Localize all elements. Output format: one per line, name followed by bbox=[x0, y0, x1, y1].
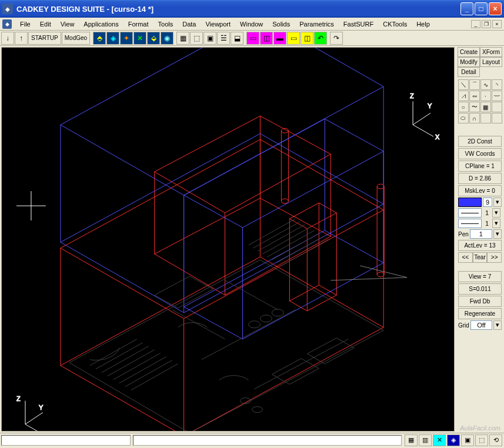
menu-tools[interactable]: Tools bbox=[153, 19, 178, 29]
command-input-2[interactable] bbox=[133, 435, 402, 446]
mdi-close-button[interactable]: × bbox=[492, 20, 502, 28]
tool-point-icon[interactable]: · bbox=[480, 91, 491, 101]
tool-icon-9[interactable]: ▣ bbox=[203, 32, 216, 45]
menu-solids[interactable]: Solids bbox=[268, 19, 295, 29]
arrow-up-button[interactable]: ↑ bbox=[15, 32, 28, 45]
mdi-minimize-button[interactable]: _ bbox=[471, 20, 480, 28]
linetype-2-swatch[interactable] bbox=[458, 219, 482, 228]
linetype-1-dropdown-icon[interactable]: ▾ bbox=[492, 208, 500, 218]
tear-button[interactable]: Tear bbox=[473, 252, 488, 263]
svg-point-35 bbox=[281, 199, 288, 203]
menu-window[interactable]: Window bbox=[235, 19, 268, 29]
modgeo-button[interactable]: ModGeo bbox=[62, 32, 90, 45]
tool-icon-1[interactable]: ⬘ bbox=[93, 32, 106, 45]
tab-create[interactable]: Create bbox=[458, 47, 480, 57]
next-button[interactable]: >> bbox=[487, 252, 502, 263]
tool-polyline-icon[interactable]: ⩘ bbox=[458, 91, 469, 101]
tab-detail[interactable]: Detail bbox=[458, 67, 480, 77]
color-dropdown-icon[interactable]: ▾ bbox=[493, 198, 502, 207]
tool-cube-magenta-1[interactable]: ▭ bbox=[246, 32, 259, 45]
tool-cube-magenta-3[interactable]: ▬ bbox=[273, 32, 286, 45]
cplane-button[interactable]: CPlane = 1 bbox=[458, 161, 502, 172]
command-input-1[interactable] bbox=[1, 435, 131, 446]
const-2d-button[interactable]: 2D Const bbox=[458, 136, 502, 147]
grid-value[interactable]: Off bbox=[470, 320, 492, 330]
tool-icon-11[interactable]: ⬓ bbox=[231, 32, 243, 45]
tool-icon-8[interactable]: ⬚ bbox=[190, 32, 203, 45]
tab-layout[interactable]: Layout bbox=[480, 57, 502, 67]
doc-icon[interactable]: ◆ bbox=[2, 19, 12, 29]
arrow-down-button[interactable]: ↓ bbox=[1, 32, 14, 45]
tool-blank2-icon[interactable] bbox=[480, 113, 491, 123]
menu-format[interactable]: Format bbox=[124, 19, 153, 29]
tool-arc-icon[interactable]: ⌒ bbox=[469, 79, 480, 90]
menu-applications[interactable]: Applications bbox=[79, 19, 123, 29]
linetype-1-swatch[interactable] bbox=[458, 208, 482, 218]
actlev-button[interactable]: ActLev = 13 bbox=[458, 240, 502, 251]
status-icon-2[interactable]: ▥ bbox=[419, 434, 432, 446]
tool-cube-magenta-2[interactable]: ◫ bbox=[260, 32, 273, 45]
menu-data[interactable]: Data bbox=[178, 19, 201, 29]
tool-arch-icon[interactable]: ∩ bbox=[469, 113, 480, 123]
tool-cube-yellow-1[interactable]: ▭ bbox=[287, 32, 300, 45]
menu-viewport[interactable]: Viewport bbox=[201, 19, 235, 29]
scale-button[interactable]: S=0.011 bbox=[458, 283, 502, 295]
tool-spline-icon[interactable]: ∾ bbox=[469, 91, 480, 101]
tool-curve-icon[interactable]: ∿ bbox=[480, 79, 491, 90]
tool-redo-button[interactable]: ↷ bbox=[330, 32, 343, 45]
pen-dropdown-icon[interactable]: ▾ bbox=[493, 229, 502, 239]
menu-cktools[interactable]: CKTools bbox=[378, 19, 412, 29]
tool-icon-2[interactable]: ◈ bbox=[106, 32, 119, 45]
tool-icon-3[interactable]: ✦ bbox=[120, 32, 133, 45]
tool-hatch-icon[interactable]: ▦ bbox=[480, 102, 491, 112]
tool-line-icon[interactable]: ＼ bbox=[458, 79, 469, 90]
status-icon-6[interactable]: ⬚ bbox=[475, 434, 488, 446]
linetype-2-dropdown-icon[interactable]: ▾ bbox=[492, 219, 500, 228]
mdi-restore-button[interactable]: ❐ bbox=[482, 20, 491, 28]
tool-icon-4[interactable]: ✕ bbox=[133, 32, 146, 45]
tool-curve2-icon[interactable]: 〰 bbox=[492, 91, 502, 101]
tool-cube-yellow-2[interactable]: ◫ bbox=[301, 32, 313, 45]
tool-blank3-icon[interactable] bbox=[492, 113, 502, 123]
startup-button[interactable]: STARTUP bbox=[28, 32, 61, 45]
tool-arc2-icon[interactable]: ◝ bbox=[492, 79, 502, 90]
grid-dropdown-icon[interactable]: ▾ bbox=[493, 320, 502, 330]
viewport-3d[interactable]: Z X Y Z X Y bbox=[1, 47, 455, 432]
status-icon-4[interactable]: ◈ bbox=[447, 434, 460, 446]
status-icon-1[interactable]: ▦ bbox=[405, 434, 418, 446]
maximize-button[interactable]: □ bbox=[475, 2, 488, 15]
tool-undo-button[interactable]: ↶ bbox=[314, 32, 327, 45]
fwddb-button[interactable]: Fwd Db bbox=[458, 296, 502, 307]
menu-fastsurf[interactable]: FastSURF bbox=[339, 19, 378, 29]
tool-ellipse-icon[interactable]: ⬭ bbox=[458, 113, 469, 123]
menu-edit[interactable]: Edit bbox=[35, 19, 56, 29]
status-icon-5[interactable]: ▣ bbox=[461, 434, 474, 446]
minimize-button[interactable]: _ bbox=[460, 2, 473, 15]
prev-button[interactable]: << bbox=[458, 252, 473, 263]
tool-icon-7[interactable]: ▦ bbox=[176, 32, 189, 45]
close-button[interactable]: × bbox=[489, 2, 502, 15]
menu-help[interactable]: Help bbox=[412, 19, 435, 29]
tool-circle-icon[interactable]: ○ bbox=[458, 102, 469, 112]
menu-parametrics[interactable]: Parametrics bbox=[295, 19, 339, 29]
tool-icon-10[interactable]: ☱ bbox=[217, 32, 230, 45]
d-value-button[interactable]: D = 2.86 bbox=[458, 173, 502, 184]
status-icon-7[interactable]: ⟲ bbox=[489, 434, 502, 446]
menu-file[interactable]: File bbox=[15, 19, 35, 29]
vw-coords-button[interactable]: VW Coords bbox=[458, 148, 502, 159]
color-swatch[interactable] bbox=[458, 198, 482, 207]
window-controls: _ □ × bbox=[460, 2, 502, 15]
tool-wave-icon[interactable]: 〜 bbox=[469, 102, 480, 112]
tool-icon-5[interactable]: ⬙ bbox=[147, 32, 160, 45]
msklev-button[interactable]: MskLev = 0 bbox=[458, 185, 502, 196]
tool-icon-6[interactable]: ◉ bbox=[161, 32, 173, 45]
tab-xform[interactable]: XForm bbox=[480, 47, 502, 57]
svg-line-71 bbox=[254, 339, 348, 389]
status-icon-3[interactable]: ✕ bbox=[433, 434, 446, 446]
tab-modify[interactable]: Modify bbox=[458, 57, 480, 67]
menu-view[interactable]: View bbox=[56, 19, 79, 29]
view-button[interactable]: View = 7 bbox=[458, 271, 502, 282]
tool-blank1-icon[interactable] bbox=[492, 102, 502, 112]
regenerate-button[interactable]: Regenerate bbox=[458, 308, 502, 319]
pen-value[interactable]: 1 bbox=[470, 229, 492, 239]
